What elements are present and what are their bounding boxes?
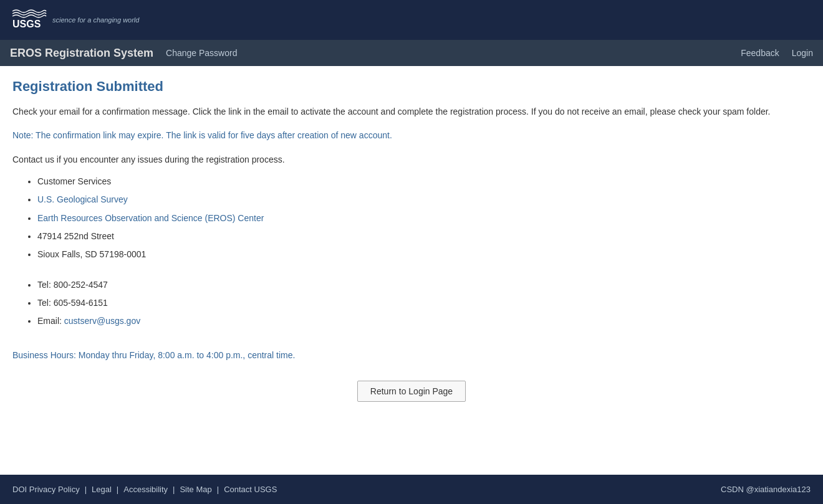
list-item-tel2: Tel: 605-594-6151 (37, 295, 811, 311)
usgs-tagline: science for a changing world (52, 16, 139, 24)
business-hours: Business Hours: Monday thru Friday, 8:00… (12, 348, 811, 362)
footer-sep-3: | (173, 485, 175, 494)
main-content: Registration Submitted Check your email … (0, 66, 823, 475)
usgs-logo-icon: USGS (10, 5, 47, 35)
footer-links: DOI Privacy Policy | Legal | Accessibili… (12, 485, 277, 494)
list-item: Sioux Falls, SD 57198-0001 (37, 247, 811, 262)
footer: DOI Privacy Policy | Legal | Accessibili… (0, 475, 823, 504)
contact-intro: Contact us if you encounter any issues d… (12, 153, 811, 166)
eros-link[interactable]: Earth Resources Observation and Science … (37, 213, 264, 223)
change-password-link[interactable]: Change Password (166, 48, 237, 58)
nav-title: EROS Registration System (10, 47, 153, 60)
note-text: Note: The confirmation link may expire. … (12, 128, 811, 142)
footer-sep-4: | (217, 485, 219, 494)
email-link[interactable]: custserv@usgs.gov (64, 316, 140, 326)
contact-list: Customer Services U.S. Geological Survey… (12, 174, 811, 262)
list-item: Earth Resources Observation and Science … (37, 211, 811, 226)
footer-accessibility-link[interactable]: Accessibility (123, 485, 168, 494)
list-item: Customer Services (37, 174, 811, 189)
list-item: U.S. Geological Survey (37, 192, 811, 207)
svg-text:USGS: USGS (12, 19, 41, 29)
footer-sep-1: | (85, 485, 87, 494)
intro-text: Check your email for a confirmation mess… (12, 105, 811, 118)
footer-legal-link[interactable]: Legal (92, 485, 112, 494)
feedback-link[interactable]: Feedback (741, 48, 779, 58)
list-item-tel1: Tel: 800-252-4547 (37, 277, 811, 293)
usgs-link[interactable]: U.S. Geological Survey (37, 194, 128, 204)
nav-bar: EROS Registration System Change Password… (0, 40, 823, 66)
return-to-login-button[interactable]: Return to Login Page (357, 381, 466, 402)
footer-contact-link[interactable]: Contact USGS (224, 485, 277, 494)
page-title: Registration Submitted (12, 78, 811, 95)
contact-list-2: Tel: 800-252-4547 Tel: 605-594-6151 Emai… (12, 277, 811, 330)
list-item-email: Email: custserv@usgs.gov (37, 313, 811, 329)
login-link[interactable]: Login (792, 48, 813, 58)
footer-credit: CSDN @xiatiandexia123 (721, 485, 811, 494)
list-item: 47914 252nd Street (37, 229, 811, 244)
top-banner: USGS science for a changing world (0, 0, 823, 40)
usgs-logo: USGS science for a changing world (10, 5, 139, 35)
button-container: Return to Login Page (12, 381, 811, 402)
footer-sep-2: | (117, 485, 118, 494)
footer-doi-link[interactable]: DOI Privacy Policy (12, 485, 80, 494)
footer-sitemap-link[interactable]: Site Map (180, 485, 211, 494)
